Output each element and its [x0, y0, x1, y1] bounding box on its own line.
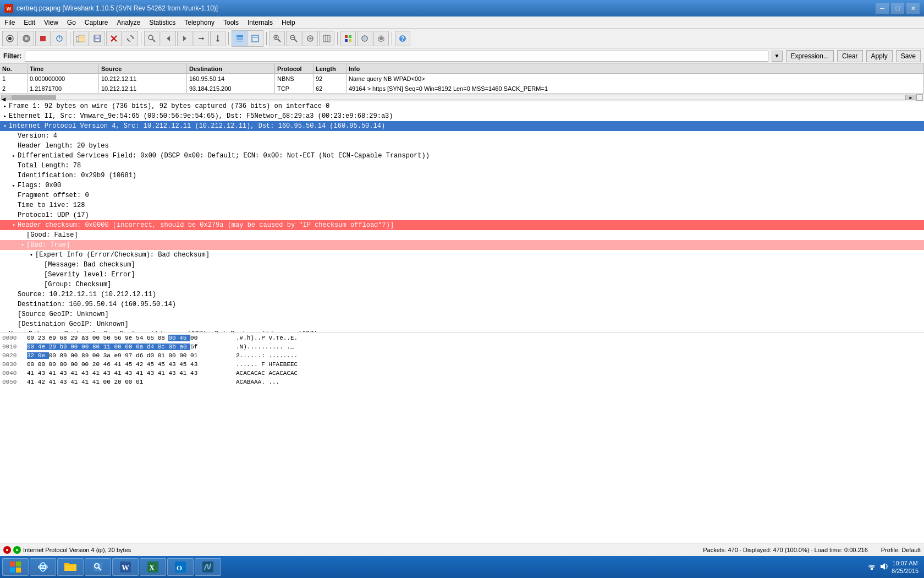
resize-columns-button[interactable]	[319, 31, 334, 46]
col-header-length[interactable]: Length	[314, 64, 346, 73]
col-header-protocol[interactable]: Protocol	[275, 64, 314, 73]
apply-button[interactable]: Apply	[866, 50, 893, 62]
hex-ascii[interactable]: ...... F HFAEBEEC	[236, 361, 298, 368]
detail-row-ip-dst[interactable]: Destination: 160.95.50.14 (160.95.50.14)	[0, 299, 924, 309]
maximize-button[interactable]: □	[891, 3, 904, 14]
h-scroll-track[interactable]	[12, 95, 905, 100]
tree-expander-icon[interactable]: ▾	[1, 123, 9, 129]
find-prev-button[interactable]	[161, 31, 176, 46]
detail-row-ethernet[interactable]: ▸Ethernet II, Src: Vmware_9e:54:65 (00:5…	[0, 111, 924, 121]
hex-ascii[interactable]: ACACACAC ACACACAC	[236, 370, 298, 377]
filter-dropdown-button[interactable]: ▼	[772, 51, 783, 62]
hex-row[interactable]: 0020 32 0e 00 89 00 89 00 3a e9 97 d6 d0…	[2, 351, 922, 360]
color-rules-button[interactable]	[340, 31, 356, 46]
detail-row-ip-version[interactable]: Version: 4	[0, 131, 924, 141]
tree-expander-icon[interactable]: ▾	[28, 252, 35, 258]
filter-input[interactable]	[25, 51, 768, 62]
detail-row-ip-dsfield[interactable]: ▸Differentiated Services Field: 0x00 (DS…	[0, 151, 924, 161]
minimize-button[interactable]: ─	[876, 3, 889, 14]
clear-button[interactable]: Clear	[837, 50, 863, 62]
menu-help[interactable]: Help	[277, 17, 300, 28]
hex-bytes[interactable]: 00 4e 29 b9 00 00 80 11 00 00 0a d4 0c 0…	[27, 343, 236, 350]
stop-capture-button[interactable]	[35, 31, 51, 46]
detail-row-ip-frag[interactable]: Fragment offset: 0	[0, 190, 924, 200]
ie-taskbar-button[interactable]: e	[30, 558, 56, 576]
tree-expander-icon[interactable]: ▸	[1, 103, 9, 110]
autoscroll-button[interactable]	[210, 31, 226, 46]
capture-options-button[interactable]	[52, 31, 67, 46]
detail-row-expert-msg[interactable]: [Message: Bad checksum]	[0, 260, 924, 270]
detail-row-ip-proto[interactable]: Protocol: UDP (17)	[0, 210, 924, 220]
menu-telephony[interactable]: Telephony	[180, 17, 219, 28]
detail-row-ip-dstgeo[interactable]: [Destination GeoIP: Unknown]	[0, 319, 924, 329]
detail-row-ip-srcgeo[interactable]: [Source GeoIP: Unknown]	[0, 309, 924, 319]
word-taskbar-button[interactable]: W	[112, 558, 139, 576]
detail-row-expert-sev[interactable]: [Severity level: Error]	[0, 270, 924, 280]
menu-internals[interactable]: Internals	[243, 17, 277, 28]
detail-row-ip-chk-bad[interactable]: ▾[Bad: True]	[0, 240, 924, 250]
wireshark-taskbar-button[interactable]	[195, 558, 221, 576]
excel-taskbar-button[interactable]: X	[140, 558, 166, 576]
open-button[interactable]	[73, 31, 89, 46]
tree-expander-icon[interactable]: ▸	[10, 182, 18, 189]
hex-ascii[interactable]: .N).......... ._	[236, 343, 294, 350]
go-to-packet-button[interactable]	[194, 31, 209, 46]
normal-view-button[interactable]	[232, 31, 248, 46]
restart-capture-button[interactable]	[19, 31, 34, 46]
detail-row-ip-flags[interactable]: ▸Flags: 0x00	[0, 181, 924, 190]
menu-tools[interactable]: Tools	[219, 17, 243, 28]
tree-expander-icon[interactable]: ▸	[1, 113, 9, 119]
detail-row-ip-src[interactable]: Source: 10.212.12.11 (10.212.12.11)	[0, 290, 924, 299]
outlook-taskbar-button[interactable]: O	[167, 558, 194, 576]
detail-row-ip-ttl[interactable]: Time to live: 128	[0, 200, 924, 210]
menu-analyze[interactable]: Analyze	[113, 17, 145, 28]
save-filter-button[interactable]: Save	[896, 50, 921, 62]
menu-capture[interactable]: Capture	[80, 17, 113, 28]
hex-bytes[interactable]: 41 43 41 43 41 43 41 43 41 43 41 43 41 4…	[27, 370, 236, 377]
zoom-in-button[interactable]	[270, 31, 285, 46]
start-capture-button[interactable]	[2, 31, 18, 46]
hex-row[interactable]: 0040 41 43 41 43 41 43 41 43 41 43 41 43…	[2, 369, 922, 378]
col-header-info[interactable]: Info	[346, 64, 924, 73]
hex-bytes[interactable]: 41 42 41 43 41 41 41 00 20 00 01	[27, 379, 236, 385]
hex-ascii[interactable]: 2......: ........	[236, 352, 298, 359]
packet-row[interactable]: 2 1.21871700 10.212.12.11 93.184.215.200…	[0, 84, 924, 94]
close-capture-button[interactable]	[106, 31, 122, 46]
start-button[interactable]	[2, 558, 29, 576]
tree-expander-icon[interactable]: ▾	[19, 242, 26, 248]
col-header-destination[interactable]: Destination	[187, 64, 275, 73]
save-button[interactable]	[90, 31, 105, 46]
detail-row-ip[interactable]: ▾Internet Protocol Version 4, Src: 10.21…	[0, 121, 924, 131]
hex-bytes[interactable]: 00 00 00 00 00 00 20 46 41 45 42 45 45 4…	[27, 361, 236, 368]
zoom-out-button[interactable]	[286, 31, 301, 46]
detail-row-ip-id[interactable]: Identification: 0x29b9 (10681)	[0, 171, 924, 181]
find-packet-button[interactable]	[144, 31, 160, 46]
menu-view[interactable]: View	[40, 17, 63, 28]
packet-row[interactable]: 1 0.000000000 10.212.12.11 160.95.50.14 …	[0, 74, 924, 84]
file-explorer-taskbar-button[interactable]	[57, 558, 84, 576]
horizontal-scrollbar[interactable]: ◀ ▶	[0, 94, 924, 101]
search-taskbar-button[interactable]	[85, 558, 111, 576]
col-header-time[interactable]: Time	[28, 64, 99, 73]
menu-edit[interactable]: Edit	[19, 17, 40, 28]
find-next-button[interactable]	[177, 31, 193, 46]
tray-clock[interactable]: 10:07 AM 8/25/2015	[892, 559, 919, 575]
menu-statistics[interactable]: Statistics	[145, 17, 180, 28]
hex-row[interactable]: 0030 00 00 00 00 00 00 20 46 41 45 42 45…	[2, 360, 922, 369]
hex-bytes[interactable]: 00 23 e9 68 29 a3 00 50 56 9e 54 65 08 0…	[27, 335, 236, 341]
detail-view-button[interactable]	[248, 31, 263, 46]
hex-row[interactable]: 0010 00 4e 29 b9 00 00 80 11 00 00 0a d4…	[2, 342, 922, 351]
hex-ascii[interactable]: ACABAAA. ...	[236, 379, 279, 385]
menu-go[interactable]: Go	[63, 17, 80, 28]
coloring-button[interactable]	[357, 31, 372, 46]
expression-button[interactable]: Expression...	[786, 50, 834, 62]
zoom-normal-button[interactable]	[302, 31, 318, 46]
reload-button[interactable]	[123, 31, 138, 46]
col-header-no[interactable]: No.	[0, 64, 28, 73]
detail-row-ip-totlen[interactable]: Total Length: 78	[0, 161, 924, 171]
col-header-source[interactable]: Source	[99, 64, 187, 73]
detail-row-ip-checksum[interactable]: ▾Header checksum: 0x0000 [incorrect, sho…	[0, 220, 924, 230]
menu-file[interactable]: File	[0, 17, 19, 28]
close-button[interactable]: ✕	[906, 3, 920, 14]
h-scroll-right[interactable]: ▶	[905, 95, 916, 100]
